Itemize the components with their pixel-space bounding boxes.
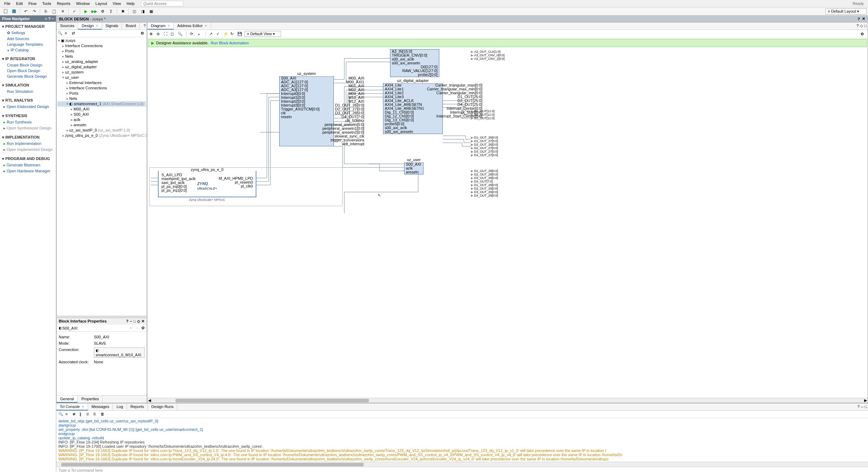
tab-design-runs[interactable]: Design Runs xyxy=(148,403,177,410)
tree-item[interactable]: ▸Nets xyxy=(57,54,146,59)
tree-item[interactable]: ▸Interface Connections xyxy=(57,43,146,49)
gear-icon[interactable]: ✿ xyxy=(141,31,146,36)
port[interactable]: Trigger_AXI2TCM[0:0] xyxy=(280,107,321,111)
menu-file[interactable]: File xyxy=(1,1,13,6)
props-fwd-icon[interactable]: → xyxy=(135,326,139,330)
view-dropdown[interactable]: ≡ Default View ▾ xyxy=(244,31,281,37)
block-uz-user[interactable]: uz_user S00_AXIaclkaresetn xyxy=(404,162,423,174)
external-port[interactable]: A3_OUT_CNV_0[0:0] xyxy=(471,53,505,57)
console-pause-icon[interactable]: ‖ xyxy=(79,412,84,417)
external-port[interactable]: D3_OUT[11:0] xyxy=(471,116,494,120)
new-icon[interactable] xyxy=(2,8,9,14)
undo-icon[interactable]: ↶ xyxy=(23,8,29,14)
external-port[interactable]: A3_OUT_CNV_1[0:0] xyxy=(471,57,505,60)
find-icon[interactable]: 🔍 xyxy=(178,32,183,37)
validate-diagram-icon[interactable]: ✓ xyxy=(216,32,221,37)
tcl-input[interactable]: Type a Tcl command here xyxy=(56,467,868,472)
nav-help-icon[interactable]: ? xyxy=(48,17,51,21)
design-tree[interactable]: ▾▣ zusys ▸Interface Connections▸Ports▸Ne… xyxy=(57,37,147,316)
nav-settings[interactable]: ✿ Settings xyxy=(0,30,56,36)
quick-access-search[interactable] xyxy=(141,1,183,6)
tool3-icon[interactable]: ▦ xyxy=(148,8,154,14)
diagram-max-icon[interactable]: □ xyxy=(864,24,867,28)
tool1-icon[interactable]: ◫ xyxy=(131,8,138,14)
nav-create-bd[interactable]: Create Block Design xyxy=(0,62,56,68)
tree-item[interactable]: ▸zynq_ultra_ps_e_0 (Zynq UltraScale+ MPS… xyxy=(57,133,146,138)
port[interactable]: probe2[0:0] xyxy=(401,73,439,77)
zoom-out-icon[interactable]: ⊖ xyxy=(157,32,161,37)
tree-item[interactable]: ▸uz_system xyxy=(57,70,146,75)
tree-item[interactable]: ▸uz_analog_adapter xyxy=(57,59,146,64)
search-icon[interactable]: 🔍 xyxy=(58,31,63,36)
external-port[interactable]: D1_OUT[11:0] xyxy=(471,109,494,113)
port[interactable]: resetn xyxy=(280,115,321,119)
menu-view[interactable]: View xyxy=(110,1,124,6)
nav-gen-bitstream[interactable]: Generate Bitstream xyxy=(0,162,56,168)
external-port[interactable]: D1_OUT_29[0:0] xyxy=(471,183,498,187)
collapse-icon[interactable]: ≡ xyxy=(65,31,70,36)
tree-item[interactable]: ▸uz_digital_adapter xyxy=(57,64,146,70)
port[interactable]: pl_clk0 xyxy=(217,184,254,188)
nav-run-sim[interactable]: Run Simulation xyxy=(0,89,56,94)
mark-icon[interactable]: ↗ xyxy=(209,32,214,37)
regenerate-icon[interactable]: ⟳ xyxy=(190,32,195,37)
close-diagram-icon[interactable]: × xyxy=(168,24,170,28)
console-copy-icon[interactable]: ⎘ xyxy=(94,412,98,417)
tree-item[interactable]: ▸M00_AXI xyxy=(57,107,146,112)
menu-window[interactable]: Window xyxy=(73,1,92,6)
props-min-icon[interactable]: – xyxy=(130,319,132,324)
tree-item[interactable]: ▸uz_axi_testIP_0 (uz_axi_testIP:1.0) xyxy=(57,128,146,133)
nav-open-hw[interactable]: Open Hardware Manager xyxy=(0,168,56,174)
copy-icon[interactable]: ⎘ xyxy=(43,8,49,14)
paste-icon[interactable]: 📋 xyxy=(51,8,57,14)
props-close-icon[interactable]: ✕ xyxy=(141,319,145,324)
console-max-icon[interactable]: □ xyxy=(864,404,867,409)
tree-item[interactable]: ▸Interface Connections xyxy=(57,85,146,91)
tool2-icon[interactable]: ◨ xyxy=(140,8,146,14)
console-trash-icon[interactable]: 🗑 xyxy=(101,412,106,417)
diagram-gear-icon[interactable]: ✿ xyxy=(861,32,866,37)
external-port[interactable]: D2_OUT_28[0:0] xyxy=(471,173,498,176)
props-help-icon[interactable]: ? xyxy=(126,319,128,324)
nav-run-impl[interactable]: Run Implementation xyxy=(0,141,56,147)
zoom-select-icon[interactable]: ◻ xyxy=(171,32,175,37)
diagram-canvas[interactable]: A3_IN[15:0]TRIGGER_CNV[0:0]s00_axi_aclks… xyxy=(147,48,868,398)
sum-icon[interactable]: Σ xyxy=(108,8,114,14)
zoom-in-icon[interactable]: ⊕ xyxy=(149,32,154,37)
nav-add-sources[interactable]: Add Sources xyxy=(0,36,56,42)
save-diagram-icon[interactable]: 💾 xyxy=(237,32,242,37)
tree-item[interactable]: ▸Ports xyxy=(57,91,146,96)
diagram-float-icon[interactable]: ◇ xyxy=(860,24,863,28)
tree-item[interactable]: ▸aclk xyxy=(57,117,146,122)
tree-item[interactable]: ▾uz_user xyxy=(57,75,146,80)
tab-sources[interactable]: Sources xyxy=(57,23,78,30)
external-port[interactable]: D4_OUT_29[0:0] xyxy=(471,194,498,197)
diagram-hscroll[interactable]: ◀ ▶ xyxy=(147,398,868,403)
menu-tools[interactable]: Tools xyxy=(39,1,54,6)
port[interactable]: s00_axi_aresetn xyxy=(383,130,426,134)
console-help-icon[interactable]: ? xyxy=(857,404,860,409)
layout-dropdown[interactable]: ≡ Default Layout ▾ xyxy=(825,8,867,14)
panel-help-icon[interactable]: ? xyxy=(142,23,147,30)
bd-help-icon[interactable]: ? xyxy=(857,17,860,21)
nav-open-impl[interactable]: Open Implemented Design xyxy=(0,147,56,153)
external-port[interactable]: D4_OUT[7:0] xyxy=(471,180,498,183)
zoom-fit-icon[interactable]: ⛶ xyxy=(164,32,168,37)
nav-ip-catalog[interactable]: ⬧ IP Catalog xyxy=(0,47,56,53)
external-port[interactable]: A3_OUT_CLK[1:0] xyxy=(471,50,505,53)
nav-gen-bd[interactable]: Generate Block Design xyxy=(0,74,56,79)
menu-reports[interactable]: Reports xyxy=(54,1,74,6)
menu-help[interactable]: Help xyxy=(124,1,138,6)
bd-close-icon[interactable]: ✕ xyxy=(862,17,865,21)
tab-address-editor[interactable]: Address Editor× xyxy=(174,23,211,30)
external-port[interactable]: D1_OUT_27[0:0] xyxy=(471,139,498,143)
external-port[interactable]: D2_OUT_27[0:0] xyxy=(471,146,498,150)
external-port[interactable]: D3_OUT_27[0:0] xyxy=(471,150,498,153)
tree-item[interactable]: ▸Ports xyxy=(57,49,146,54)
nav-open-bd[interactable]: Open Block Design xyxy=(0,68,56,74)
nav-lang-templates[interactable]: Language Templates xyxy=(0,42,56,47)
menu-layout[interactable]: Layout xyxy=(92,1,110,6)
validate-icon[interactable]: ✓ xyxy=(71,8,77,14)
run-block-automation-link[interactable]: Run Block Automation xyxy=(211,41,249,45)
refresh-icon[interactable]: ↻ xyxy=(230,32,235,37)
